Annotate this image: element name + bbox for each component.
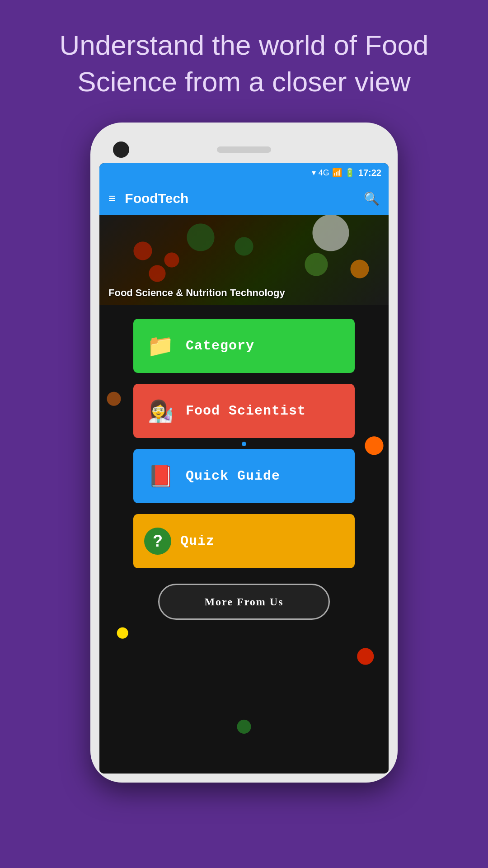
hero-banner: Food Science & Nutrition Technology [99, 215, 389, 305]
signal-4g: 4G [319, 168, 329, 178]
quiz-label: Quiz [180, 533, 215, 549]
camera-icon [113, 142, 129, 158]
battery-icon: 🔋 [345, 168, 355, 178]
phone-top-bezel [99, 132, 389, 163]
status-bar: ▾ 4G 📶 🔋 17:22 [99, 163, 389, 182]
status-time: 17:22 [358, 168, 381, 178]
dot-indicator [242, 442, 246, 446]
more-from-us-button[interactable]: More From Us [158, 584, 330, 620]
wifi-icon: ▾ [312, 168, 316, 178]
speaker-grille [217, 146, 271, 153]
app-title: FoodTech [125, 191, 355, 206]
food-scientist-label: Food Scientist [186, 403, 306, 419]
search-icon[interactable]: 🔍 [364, 191, 380, 206]
quiz-button[interactable]: ? Quiz [133, 514, 355, 568]
category-folder-icon: 📁 [144, 330, 177, 362]
main-menu-area: 📁 Category 👩‍🔬 Food Scientist 📕 Quick Gu… [99, 305, 389, 774]
quiz-question-icon: ? [144, 528, 171, 555]
quick-guide-label: Quick Guide [186, 468, 280, 484]
page-header-title: Understand the world of Food Science fro… [0, 0, 488, 123]
category-button[interactable]: 📁 Category [133, 319, 355, 373]
food-scientist-icon: 👩‍🔬 [144, 395, 177, 427]
phone-mockup: ▾ 4G 📶 🔋 17:22 ≡ FoodTech 🔍 Food Science… [90, 123, 398, 783]
quick-guide-button[interactable]: 📕 Quick Guide [133, 449, 355, 503]
signal-bars-icon: 📶 [332, 168, 342, 178]
status-icons: ▾ 4G 📶 🔋 [312, 168, 355, 178]
category-label: Category [186, 338, 254, 354]
hamburger-menu-icon[interactable]: ≡ [108, 191, 116, 206]
app-bar: ≡ FoodTech 🔍 [99, 182, 389, 215]
hero-subtitle: Food Science & Nutrition Technology [99, 287, 285, 299]
quick-guide-book-icon: 📕 [144, 460, 177, 492]
phone-screen: ▾ 4G 📶 🔋 17:22 ≡ FoodTech 🔍 Food Science… [99, 163, 389, 774]
food-scientist-button[interactable]: 👩‍🔬 Food Scientist [133, 384, 355, 438]
